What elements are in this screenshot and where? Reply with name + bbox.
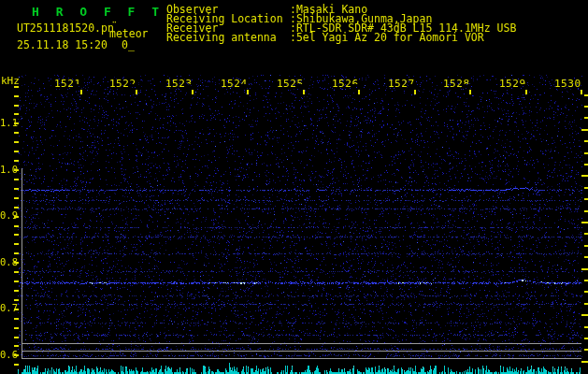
time-tick-label: 1529	[499, 79, 526, 89]
spectrogram-canvas	[0, 0, 588, 374]
frequency-tick-label: 1.0	[0, 165, 18, 175]
time-tick-label: 1525	[277, 79, 304, 89]
time-tick-label: 1522	[109, 79, 136, 89]
output-filename: UT2511181520.pn	[17, 23, 114, 35]
time-tick-label: 1527	[388, 79, 415, 89]
frequency-tick-label: 0.8	[0, 257, 18, 267]
antenna-label: Receiving antenna	[166, 33, 277, 44]
time-tick-label: 1530	[554, 79, 581, 89]
app-title: H R O F F T	[32, 6, 164, 18]
frequency-unit-label: kHz	[1, 76, 20, 86]
time-tick-label: 1524	[221, 79, 248, 89]
hrofft-screen: H R O F F T UT2511181520.pn ¨ meteor 25.…	[0, 0, 588, 374]
frequency-tick-label: 0.7	[0, 303, 18, 313]
time-tick-label: 1521	[54, 79, 81, 89]
meteor-counter: 0_	[122, 40, 135, 51]
datetime-label: 25.11.18 15:20	[17, 40, 108, 51]
time-tick-label: 1526	[332, 79, 359, 89]
time-tick-label: 1528	[443, 79, 470, 89]
antenna-value: :5el Yagi Az 20 for Aomori VOR	[290, 33, 484, 44]
frequency-tick-label: 0.9	[0, 210, 18, 221]
frequency-tick-label: 1.1	[0, 118, 18, 128]
frequency-tick-label: 0.6	[0, 350, 18, 360]
time-tick-label: 1523	[165, 79, 193, 89]
